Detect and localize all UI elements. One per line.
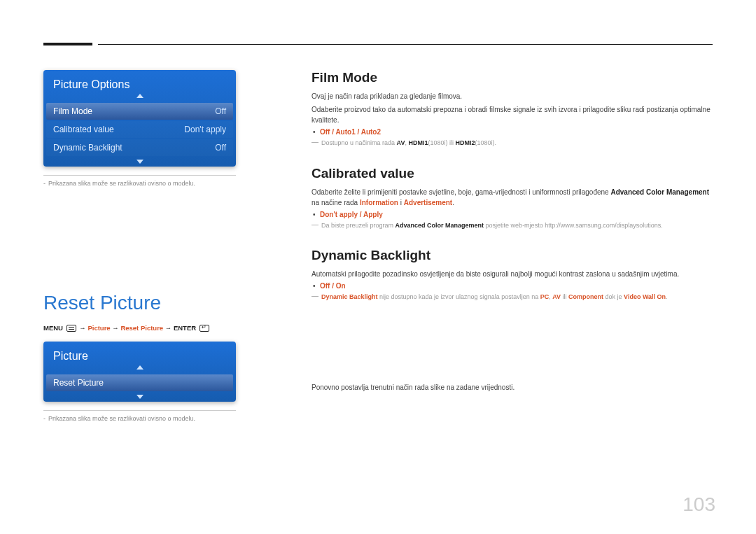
bc-arrow: → bbox=[165, 324, 174, 332]
fn-text: Da biste preuzeli program bbox=[321, 222, 396, 229]
section-calibrated: Calibrated value Odaberite želite li pri… bbox=[312, 166, 714, 230]
menu-row-value: Off bbox=[215, 106, 226, 116]
menu-row-calibrated[interactable]: Calibrated value Don't apply bbox=[46, 121, 233, 138]
fn-text: dok je bbox=[603, 293, 624, 300]
section-title: Dynamic Backlight bbox=[312, 248, 714, 263]
left-column: Picture Options Film Mode Off Calibrated… bbox=[43, 70, 236, 422]
menu-row-value: Don't apply bbox=[184, 125, 226, 134]
fn-text: posjetite web-mjesto http://www.samsung.… bbox=[484, 222, 663, 229]
menu-row-film-mode[interactable]: Film Mode Off bbox=[46, 103, 233, 120]
txt: na načine rada bbox=[312, 199, 360, 206]
scroll-up-icon[interactable] bbox=[43, 365, 236, 372]
section-title: Calibrated value bbox=[312, 166, 714, 181]
svg-marker-3 bbox=[136, 395, 144, 399]
menu-row-label: Dynamic Backlight bbox=[53, 143, 122, 153]
scroll-down-icon[interactable] bbox=[43, 395, 236, 402]
menu-rows: Film Mode Off Calibrated value Don't app… bbox=[43, 101, 236, 160]
fn-hdmi1: HDMI1 bbox=[408, 139, 428, 146]
section-title: Film Mode bbox=[312, 70, 714, 85]
menu-row-value: Off bbox=[215, 143, 226, 153]
options: Off / On bbox=[320, 282, 346, 290]
footnote: Dostupno u načinima rada AV, HDMI1(1080i… bbox=[312, 139, 714, 148]
body-text: Automatski prilagodite pozadinsko osvjet… bbox=[312, 269, 714, 279]
txt-hl: Advertisement bbox=[404, 199, 452, 206]
menu-picture-options: Picture Options Film Mode Off Calibrated… bbox=[43, 70, 236, 167]
txt: . bbox=[452, 199, 454, 206]
fn-hl: AV bbox=[552, 293, 561, 300]
heading-reset-picture: Reset Picture bbox=[43, 292, 236, 314]
bc-reset: Reset Picture bbox=[120, 324, 163, 332]
menu-title: Picture Options bbox=[43, 70, 236, 94]
options: Don't apply / Apply bbox=[320, 211, 383, 218]
menu-title: Picture bbox=[43, 342, 236, 365]
section-dynamic-backlight: Dynamic Backlight Automatski prilagodite… bbox=[312, 248, 714, 302]
fn-hl: Component bbox=[568, 293, 603, 300]
fn-hl: Dynamic Backlight bbox=[321, 293, 378, 300]
fn-text: ili bbox=[447, 139, 455, 146]
menu-row-label: Film Mode bbox=[53, 106, 92, 116]
section-film-mode: Film Mode Ovaj je način rada prikladan z… bbox=[312, 70, 714, 148]
fn-hdmi2: HDMI2 bbox=[455, 139, 475, 146]
header-accent-bar bbox=[43, 43, 92, 45]
option-list: Off / On bbox=[312, 282, 714, 290]
fn-text: nije dostupno kada je izvor ulaznog sign… bbox=[378, 293, 540, 300]
scroll-down-icon[interactable] bbox=[43, 160, 236, 167]
caption-text: Prikazana slika može se razlikovati ovis… bbox=[48, 180, 195, 187]
fn-text: (1080i). bbox=[475, 139, 496, 146]
fn-bold: Advanced Color Management bbox=[396, 222, 484, 229]
caption-text: Prikazana slika može se razlikovati ovis… bbox=[48, 415, 195, 422]
right-column: Film Mode Ovaj je način rada prikladan z… bbox=[312, 70, 714, 320]
fn-hl: Video Wall On bbox=[624, 293, 666, 300]
menu-row-dynamic-backlight[interactable]: Dynamic Backlight Off bbox=[46, 139, 233, 156]
bc-menu: MENU bbox=[43, 324, 63, 332]
txt: Odaberite želite li primijeniti postavke… bbox=[312, 188, 610, 196]
bc-arrow: → bbox=[79, 324, 88, 332]
fn-hl: PC bbox=[540, 293, 550, 300]
menu-row-label: Reset Picture bbox=[53, 378, 104, 388]
options: Off / Auto1 / Auto2 bbox=[320, 128, 381, 136]
reset-description: Ponovno postavlja trenutni način rada sl… bbox=[312, 384, 714, 391]
option-list: Don't apply / Apply bbox=[312, 211, 714, 218]
bc-picture: Picture bbox=[88, 324, 110, 332]
scroll-up-icon[interactable] bbox=[43, 94, 236, 101]
bc-enter: ENTER bbox=[174, 324, 196, 332]
menu-button-icon bbox=[66, 325, 76, 332]
menu-rows: Reset Picture bbox=[43, 372, 236, 395]
body-text: Odaberite želite li primijeniti postavke… bbox=[312, 187, 714, 208]
option-list: Off / Auto1 / Auto2 bbox=[312, 128, 714, 136]
footnote: Dynamic Backlight nije dostupno kada je … bbox=[312, 293, 714, 302]
enter-button-icon bbox=[200, 325, 209, 332]
txt-bold: Advanced Color Management bbox=[610, 188, 709, 196]
footnote: Da biste preuzeli program Advanced Color… bbox=[312, 221, 714, 230]
bc-arrow: → bbox=[112, 324, 120, 332]
header-rule bbox=[98, 44, 713, 45]
body-text: Odaberite proizvod tako da automatski pr… bbox=[312, 104, 714, 125]
fn-av: AV bbox=[397, 139, 405, 146]
menu-row-reset-picture[interactable]: Reset Picture bbox=[46, 374, 233, 391]
fn-text: . bbox=[666, 293, 668, 300]
menu-row-label: Calibrated value bbox=[53, 125, 114, 134]
caption: -Prikazana slika može se razlikovati ovi… bbox=[43, 410, 236, 422]
fn-text: ili bbox=[561, 293, 568, 300]
svg-marker-0 bbox=[136, 94, 144, 98]
svg-marker-1 bbox=[136, 160, 144, 164]
fn-text: Dostupno u načinima rada bbox=[321, 139, 397, 146]
menu-picture: Picture Reset Picture bbox=[43, 342, 236, 402]
caption: -Prikazana slika može se razlikovati ovi… bbox=[43, 175, 236, 187]
page-number: 103 bbox=[682, 493, 715, 516]
txt: i bbox=[398, 199, 404, 206]
txt-hl: Information bbox=[360, 199, 398, 206]
body-text: Ovaj je način rada prikladan za gledanje… bbox=[312, 91, 714, 101]
fn-text: (1080i) bbox=[428, 139, 447, 146]
breadcrumb: MENU → Picture → Reset Picture → ENTER bbox=[43, 324, 236, 332]
svg-marker-2 bbox=[136, 365, 144, 370]
